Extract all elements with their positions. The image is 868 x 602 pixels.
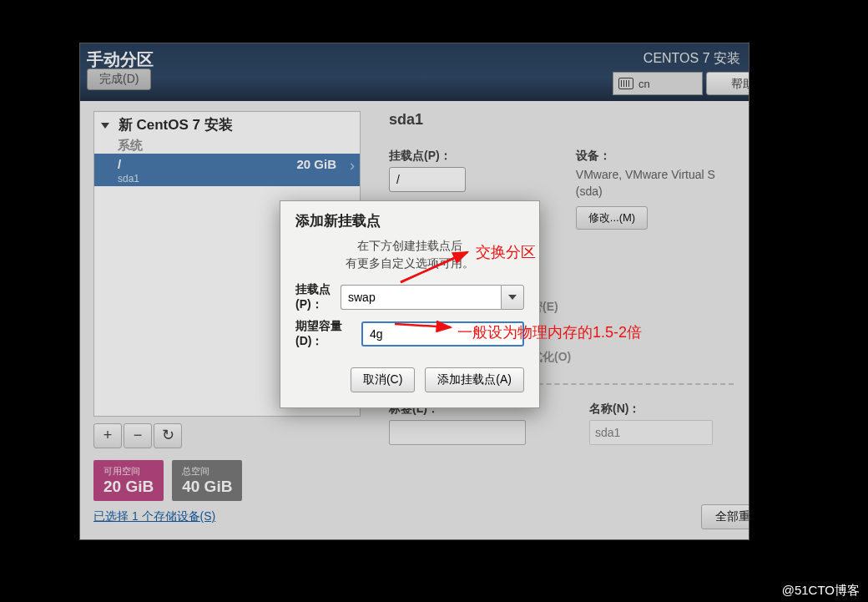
dialog-capacity-input[interactable] <box>361 321 524 347</box>
dialog-capacity-label: 期望容量(D)： <box>295 319 361 349</box>
dialog-mountpoint-combo[interactable] <box>341 285 524 310</box>
watermark: @51CTO博客 <box>782 583 860 599</box>
chevron-down-icon <box>508 295 517 300</box>
add-mountpoint-dialog: 添加新挂载点 在下方创建挂载点后有更多自定义选项可用。 挂载点(P)： 期望容量… <box>280 200 540 408</box>
dialog-note: 在下方创建挂载点后有更多自定义选项可用。 <box>295 237 524 272</box>
dialog-mountpoint-label: 挂载点(P)： <box>295 282 341 312</box>
dialog-title: 添加新挂载点 <box>295 211 524 230</box>
dialog-cancel-button[interactable]: 取消(C) <box>351 367 415 392</box>
dialog-add-button[interactable]: 添加挂载点(A) <box>425 367 524 392</box>
dialog-mountpoint-input[interactable] <box>341 285 501 310</box>
dialog-mountpoint-dropdown-button[interactable] <box>501 285 524 310</box>
